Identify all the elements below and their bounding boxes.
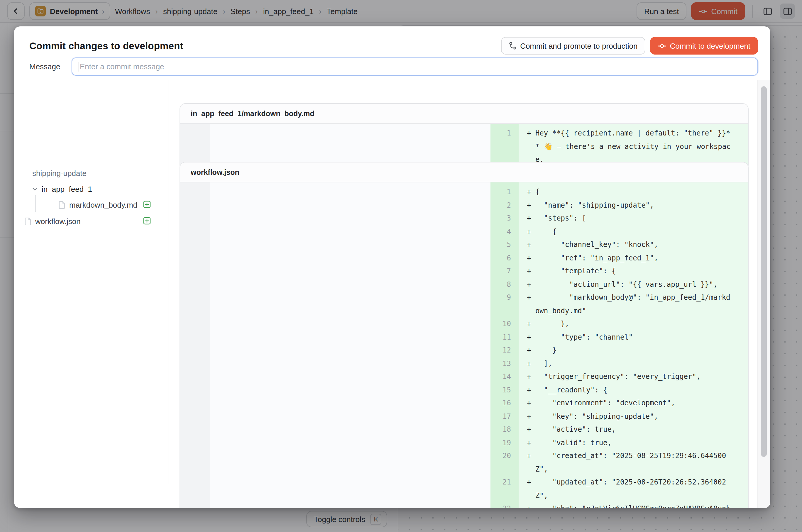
line-code: + "sha": "pJeLVir6xIlUCMGqs9qroZoUAVDSwA… (519, 502, 748, 508)
line-code: + { (519, 185, 748, 198)
tree-guide-line (35, 195, 36, 212)
line-code: + "type": "channel" (519, 330, 748, 344)
line-code: + "channel_key": "knock", (519, 238, 748, 251)
diff-filename: in_app_feed_1/markdown_body.md (180, 104, 748, 124)
line-code: + "template": { (519, 265, 748, 278)
line-code: + "valid": true, (519, 436, 748, 449)
added-file-icon (143, 201, 151, 208)
diff-line: 21+ "updated_at": "2025-08-26T20:26:52.3… (490, 476, 748, 502)
line-code: + "markdown_body@": "in_app_feed_1/markd… (519, 291, 748, 317)
diff-line: 17+ "key": "shipping-update", (490, 410, 748, 423)
app-root: Development › Workflows›shipping-update›… (0, 0, 802, 532)
diff-line: 7+ "template": { (490, 265, 748, 278)
diff-line: 20+ "created_at": "2025-08-25T19:29:46.6… (490, 449, 748, 476)
line-number: 12 (490, 344, 519, 357)
diff-line: 6+ "ref": "in_app_feed_1", (490, 251, 748, 265)
commit-message-input[interactable] (72, 58, 758, 75)
line-number: 7 (490, 265, 519, 278)
changed-files-tree: shipping-update in_app_feed_1 markdown_b… (14, 80, 168, 508)
line-code: + "active": true, (519, 423, 748, 436)
commit-icon (657, 41, 666, 50)
diff-line: 13+ ], (490, 357, 748, 370)
line-code: + "trigger_frequency": "every_trigger", (519, 370, 748, 383)
diff-line: 1+ Hey **{{ recipient.name | default: "t… (490, 127, 748, 166)
line-code: + "name": "shipping-update", (519, 198, 748, 212)
diff-panel-markdown: in_app_feed_1/markdown_body.md 1+ Hey **… (180, 103, 749, 170)
diff-new-side: 1+ {2+ "name": "shipping-update",3+ "ste… (490, 183, 748, 508)
line-number: 9 (490, 291, 519, 304)
commit-to-development-button[interactable]: Commit to development (650, 37, 758, 55)
diff-line: 11+ "type": "channel" (490, 330, 748, 344)
diff-line: 2+ "name": "shipping-update", (490, 198, 748, 212)
tree-root-item[interactable]: shipping-update (32, 166, 87, 180)
line-number: 10 (490, 317, 519, 330)
line-code: + "steps": [ (519, 212, 748, 225)
commit-modal: Commit changes to development Commit and… (14, 26, 770, 508)
modal-actions: Commit and promote to production Commit … (501, 37, 758, 55)
line-number: 6 (490, 251, 519, 265)
tree-file-item[interactable]: workflow.json (25, 213, 168, 229)
line-number: 4 (490, 225, 519, 238)
line-number: 16 (490, 397, 519, 410)
modal-scrollbar[interactable] (758, 80, 770, 508)
line-code: + Hey **{{ recipient.name | default: "th… (519, 127, 748, 166)
tree-file-item[interactable]: markdown_body.md (59, 197, 168, 212)
diff-line: 19+ "valid": true, (490, 436, 748, 449)
line-code: + } (519, 344, 748, 357)
line-number: 11 (490, 330, 519, 344)
file-icon (59, 201, 66, 209)
diff-line: 22+ "sha": "pJeLVir6xIlUCMGqs9qroZoUAVDS… (490, 502, 748, 508)
message-label: Message (29, 62, 72, 71)
diff-line: 5+ "channel_key": "knock", (490, 238, 748, 251)
tree-folder-label: in_app_feed_1 (42, 185, 92, 193)
line-number: 8 (490, 278, 519, 291)
diff-line: 10+ }, (490, 317, 748, 330)
scrollbar-thumb[interactable] (761, 86, 767, 457)
diff-panel-workflow: workflow.json 1+ {2+ "name": "shipping-u… (180, 162, 749, 508)
line-number: 17 (490, 410, 519, 423)
commit-and-promote-button[interactable]: Commit and promote to production (501, 37, 645, 55)
line-number: 19 (490, 436, 519, 449)
line-number: 2 (490, 198, 519, 212)
modal-header: Commit changes to development Commit and… (29, 37, 758, 55)
line-code: + ], (519, 357, 748, 370)
commit-and-promote-label: Commit and promote to production (520, 41, 637, 50)
commit-message-row: Message (29, 57, 758, 76)
line-number: 5 (490, 238, 519, 251)
diff-line: 14+ "trigger_frequency": "every_trigger"… (490, 370, 748, 383)
diff-filename: workflow.json (180, 163, 748, 183)
diff-line: 15+ "__readonly": { (490, 383, 748, 397)
diff-line: 16+ "environment": "development", (490, 397, 748, 410)
line-number: 1 (490, 127, 519, 140)
diff-line: 18+ "active": true, (490, 423, 748, 436)
diff-line: 3+ "steps": [ (490, 212, 748, 225)
line-code: + "key": "shipping-update", (519, 410, 748, 423)
line-code: + "created_at": "2025-08-25T19:29:46.644… (519, 449, 748, 476)
line-code: + { (519, 225, 748, 238)
line-code: + }, (519, 317, 748, 330)
chevron-down-icon (32, 186, 38, 192)
line-number: 15 (490, 383, 519, 397)
line-code: + "action_url": "{{ vars.app_url }}", (519, 278, 748, 291)
diff-body: 1+ {2+ "name": "shipping-update",3+ "ste… (180, 183, 748, 508)
line-number: 1 (490, 185, 519, 198)
line-code: + "ref": "in_app_feed_1", (519, 251, 748, 265)
modal-title: Commit changes to development (29, 40, 183, 51)
diff-line: 12+ } (490, 344, 748, 357)
diff-line: 4+ { (490, 225, 748, 238)
tree-divider (168, 80, 168, 484)
line-number: 13 (490, 357, 519, 370)
tree-folder-item[interactable]: in_app_feed_1 (32, 181, 92, 196)
line-code: + "__readonly": { (519, 383, 748, 397)
tree-file-label: markdown_body.md (69, 200, 137, 209)
diff-line: 8+ "action_url": "{{ vars.app_url }}", (490, 278, 748, 291)
promote-branch-icon (508, 42, 517, 50)
added-file-icon (143, 217, 151, 225)
line-number: 18 (490, 423, 519, 436)
line-number: 14 (490, 370, 519, 383)
file-icon (25, 217, 32, 225)
line-code: + "environment": "development", (519, 397, 748, 410)
diff-line: 1+ { (490, 185, 748, 198)
line-number: 21 (490, 476, 519, 489)
line-number: 3 (490, 212, 519, 225)
